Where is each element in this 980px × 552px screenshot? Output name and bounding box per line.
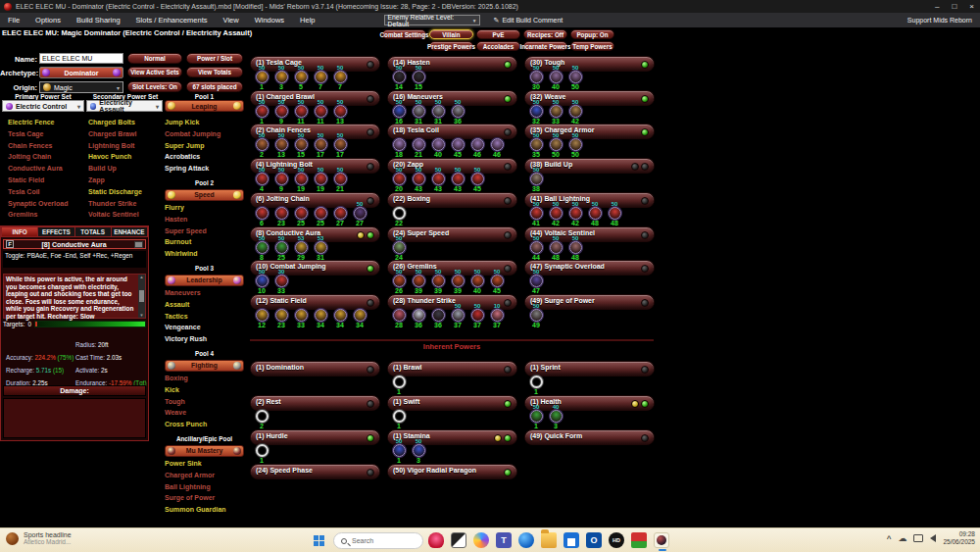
indicator-dot-green[interactable]: [504, 95, 512, 103]
power-list-item-thunder-strike[interactable]: Thunder Strike: [88, 198, 165, 210]
enhancement-slot[interactable]: 5048: [565, 235, 585, 262]
enhancement-slot[interactable]: 5047: [526, 269, 546, 295]
enhancement-slot[interactable]: 46: [467, 132, 487, 159]
power-list-item-combat-jumping[interactable]: Combat Jumping: [165, 128, 244, 140]
enhancement-slot[interactable]: 3033: [271, 269, 291, 295]
power-list-item-gremlins[interactable]: Gremlins: [8, 209, 86, 221]
prestige-powers-button[interactable]: Prestige Powers: [429, 41, 473, 51]
enhancement-slot[interactable]: 5050: [565, 65, 585, 91]
power-list-item-tesla-coil[interactable]: Tesla Coil: [8, 186, 86, 198]
enhancement-slot[interactable]: 5011: [311, 99, 330, 125]
enhancement-slot[interactable]: 5020: [389, 167, 409, 193]
power-list-item-victory-rush[interactable]: Victory Rush: [165, 333, 244, 345]
menu-options[interactable]: Options: [27, 13, 69, 27]
normal-button[interactable]: Normal: [127, 53, 182, 64]
indicator-dot-green[interactable]: [504, 400, 512, 408]
scroll-down-icon[interactable]: ▼: [139, 313, 143, 318]
power-list-item-static-discharge[interactable]: Static Discharge: [88, 186, 165, 198]
enhancement-slot[interactable]: 5011: [291, 99, 311, 125]
power-list-item-lightning-bolt[interactable]: Lightning Bolt: [88, 140, 165, 152]
maximize-button[interactable]: □: [952, 2, 956, 11]
enhancement-slot[interactable]: 5039: [428, 269, 448, 295]
power-list-item-surge-of-power[interactable]: Surge of Power: [165, 492, 244, 504]
indicator-dot-dark[interactable]: [641, 434, 649, 442]
enhancement-slot[interactable]: 507: [311, 65, 330, 91]
accolades-button[interactable]: Accolades: [476, 41, 520, 51]
indicator-dot-dark[interactable]: [367, 61, 374, 69]
indicator-dot-green[interactable]: [641, 95, 649, 103]
power-list-item-electric-fence[interactable]: Electric Fence: [8, 117, 86, 128]
enhancement-slot[interactable]: 5042: [546, 201, 565, 227]
indicator-dot-yellow[interactable]: [631, 400, 639, 408]
indicator-dot-yellow[interactable]: [357, 231, 365, 239]
enhancement-slot[interactable]: 40: [428, 132, 448, 159]
indicator-dot-green[interactable]: [504, 434, 512, 442]
enhancement-slot[interactable]: 5026: [389, 269, 409, 295]
enhancement-slot[interactable]: 507: [330, 65, 350, 91]
enhancement-slot[interactable]: 36: [428, 303, 448, 329]
enhancement-slot[interactable]: 5045: [467, 167, 487, 193]
power-bar-vigor-radial-paragon[interactable]: (50) Vigor Radial Paragon: [387, 464, 517, 479]
enhancement-slot[interactable]: 5010: [252, 269, 271, 295]
origin-select[interactable]: Magic ▾: [39, 81, 123, 93]
enhancement-slot[interactable]: 502: [252, 132, 271, 159]
enhancement-slot[interactable]: 5024: [389, 235, 409, 262]
enhancement-slot[interactable]: 28: [389, 303, 409, 329]
enhancement-slot[interactable]: 5042: [565, 99, 585, 125]
power-list-item-maneuvers[interactable]: Maneuvers: [165, 287, 244, 299]
enhancement-slot[interactable]: 501: [252, 99, 271, 125]
description-scrollbar[interactable]: ▲ ▼: [138, 275, 145, 318]
menu-view[interactable]: View: [216, 13, 247, 27]
power-list-item-charged-bolts[interactable]: Charged Bolts: [88, 117, 165, 128]
enhancement-slot[interactable]: 34: [330, 303, 350, 329]
display-icon[interactable]: [913, 534, 923, 542]
power-list-item-boxing[interactable]: Boxing: [165, 373, 244, 384]
menu-slots-enhancements[interactable]: Slots / Enhancements: [128, 13, 216, 27]
combat-settings-button[interactable]: Combat Settings: [382, 29, 426, 39]
power-list-item-summon-guardian[interactable]: Summon Guardian: [165, 504, 244, 516]
slot-levels-button[interactable]: Slot Levels: On: [127, 81, 182, 92]
enhancement-slot[interactable]: 6: [252, 201, 271, 227]
indicator-dot-green[interactable]: [504, 469, 512, 477]
enhancement-slot[interactable]: 5013: [271, 132, 291, 159]
power-slot-button[interactable]: Power / Slot: [186, 53, 243, 64]
enhancement-slot[interactable]: 5038: [526, 167, 546, 193]
power-list-item-super-jump[interactable]: Super Jump: [165, 140, 244, 152]
enhancement-slot[interactable]: 403: [546, 404, 565, 430]
enhancement-slot[interactable]: 5025: [271, 235, 291, 262]
start-button[interactable]: [314, 535, 324, 546]
enhancement-slot[interactable]: 5043: [448, 167, 467, 193]
enhancement-slot[interactable]: 5039: [409, 269, 428, 295]
indicator-dot-dark[interactable]: [641, 265, 649, 273]
enhancement-slot[interactable]: 5036: [448, 99, 467, 125]
pve-button[interactable]: PvE: [476, 29, 520, 39]
indicator-dot-dark[interactable]: [367, 163, 374, 171]
power-list-item-tesla-cage[interactable]: Tesla Cage: [8, 128, 86, 140]
enhancement-slot[interactable]: 5044: [526, 235, 546, 262]
indicator-dot-green[interactable]: [367, 434, 374, 442]
power-list-item-jolting-chain[interactable]: Jolting Chain: [8, 151, 86, 163]
pool-select-speed[interactable]: Speed: [165, 189, 244, 201]
power-list-item-acrobatics[interactable]: Acrobatics: [165, 151, 244, 163]
power-list-item-build-up[interactable]: Build Up: [88, 163, 165, 175]
power-list-item-whirlwind[interactable]: Whirlwind: [165, 248, 244, 260]
enhancement-slot[interactable]: 5039: [448, 269, 467, 295]
enhancement-slot[interactable]: 25: [311, 201, 330, 227]
power-list-item-vengeance[interactable]: Vengeance: [165, 322, 244, 333]
enhancement-slot[interactable]: 5050: [565, 132, 585, 159]
enhancement-slot[interactable]: 5032: [526, 99, 546, 125]
enhancement-slot[interactable]: 5021: [330, 167, 350, 193]
tab-effects[interactable]: EFFECTS: [38, 226, 74, 237]
outlook-icon[interactable]: [586, 532, 602, 548]
power-list-item-burnout[interactable]: Burnout: [165, 236, 244, 248]
power-list-item-kick[interactable]: Kick: [165, 384, 244, 396]
enhancement-slot[interactable]: 22: [389, 201, 409, 227]
enhancement-slot[interactable]: 5043: [409, 167, 428, 193]
power-list-item-voltaic-sentinel[interactable]: Voltaic Sentinel: [88, 209, 165, 221]
power-list-item-static-field[interactable]: Static Field: [8, 175, 86, 186]
power-list-item-ball-lightning[interactable]: Ball Lightning: [165, 481, 244, 493]
enhancement-slot[interactable]: 45: [448, 132, 467, 159]
menu-file[interactable]: File: [0, 13, 27, 27]
indicator-dot-yellow[interactable]: [494, 434, 502, 442]
copilot-icon[interactable]: [473, 532, 489, 548]
